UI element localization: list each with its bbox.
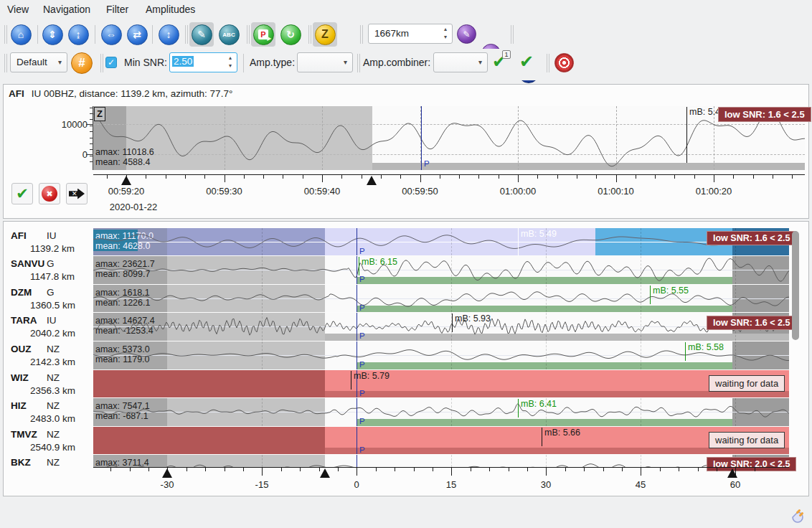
apply-one-button[interactable]: ✔1 [492, 52, 506, 72]
offset-tick-label: 15 [430, 479, 473, 490]
toolbar-handle[interactable] [357, 54, 360, 72]
fit-amplitude-icon: ↕ [159, 24, 179, 45]
station-rows: AFIIU1139.2 kmamax: 11170.0mean: 4628.0P… [0, 228, 812, 467]
amplitude-marker[interactable] [542, 428, 542, 446]
window-end-handle[interactable] [367, 176, 377, 185]
target-icon[interactable] [554, 53, 574, 72]
toolbar-handle[interactable] [511, 25, 514, 44]
channel-badge: Z [94, 107, 105, 121]
fit-amplitude-button[interactable]: ↕ [156, 22, 181, 47]
hash-icon: # [78, 56, 85, 70]
p-pick-marker[interactable] [421, 106, 422, 170]
offset-tick-label: 30 [524, 479, 567, 490]
station-distance: 1147.8 km [30, 271, 75, 282]
component-z-button[interactable]: Z [313, 22, 337, 47]
chevron-down-icon: ▾ [58, 58, 62, 66]
amplitude-marker[interactable] [685, 342, 686, 361]
pick-p-button[interactable]: P▶ [251, 22, 275, 47]
window-start-handle[interactable] [121, 176, 131, 185]
p-pick-marker[interactable] [357, 341, 357, 369]
header-details: IU 00BHZ, distance: 1139.2 km, azimuth: … [32, 88, 233, 99]
hash-button[interactable]: # [71, 52, 93, 74]
p-pick-marker[interactable] [357, 427, 357, 454]
station-row-hiz[interactable]: HIZNZ2483.0 kmamax: 7547.1mean: -687.1Pm… [0, 398, 812, 426]
toolbar-handle[interactable] [4, 54, 7, 72]
edit-pick-button[interactable]: ✎ [457, 24, 476, 44]
p-pick-marker[interactable] [357, 313, 357, 341]
measure-tool-button[interactable]: ✎ [189, 22, 214, 47]
amplitude-marker[interactable] [359, 257, 359, 275]
station-distance: 2356.3 km [30, 385, 75, 396]
station-row-ouz[interactable]: OUZNZ2142.3 kmamax: 5373.0mean: 1179.0Pm… [0, 341, 812, 369]
amp-combiner-combobox[interactable]: ▾ [433, 52, 488, 72]
amplitude-marker[interactable] [650, 286, 651, 304]
noise-end-handle[interactable] [320, 468, 330, 478]
toolbar-handle[interactable] [100, 54, 103, 72]
check-icon: ✔ [519, 52, 534, 71]
menu-amplitudes[interactable]: Amplitudes [146, 4, 195, 15]
min-snr-checkbox[interactable]: ✓ [105, 57, 117, 68]
menu-filter[interactable]: Filter [106, 4, 128, 15]
fit-horizontal-button[interactable]: ⇄ [125, 22, 149, 47]
amplitude-marker[interactable] [452, 314, 453, 332]
pick-p-icon: P▶ [253, 24, 274, 45]
time-tick-label: 00:59:20 [94, 186, 159, 197]
signal-end-handle[interactable] [727, 468, 737, 478]
station-code: OUZ [11, 344, 32, 354]
spin-up-icon[interactable]: ▴ [444, 26, 447, 32]
zoom-time-axis [93, 174, 805, 175]
accept-button[interactable]: ✔ [11, 183, 33, 204]
toolbar-handle[interactable] [547, 54, 549, 72]
noise-window-handle[interactable] [162, 468, 172, 478]
amp-type-combobox[interactable]: ▾ [297, 52, 353, 72]
p-pick-marker[interactable] [357, 256, 357, 284]
distance-range-spinbox[interactable]: 1667km ▴ ▾ [368, 24, 453, 44]
time-tick-label: 00:59:50 [388, 186, 453, 197]
p-pick-label: P [359, 417, 365, 425]
station-row-wiz[interactable]: WIZNZ2356.3 kmPmB: 5.79waiting for data [0, 370, 812, 397]
spin-up-icon[interactable]: ▴ [229, 55, 232, 61]
amplitude-marker[interactable] [518, 399, 519, 418]
station-row-afi[interactable]: AFIIU1139.2 kmamax: 11170.0mean: 4628.0P… [0, 228, 812, 255]
fit-vertical-button[interactable]: ↨ [66, 22, 90, 47]
network-code: IU [47, 230, 57, 241]
p-pick-marker[interactable] [357, 455, 357, 467]
vertical-scrollbar[interactable] [792, 231, 799, 340]
toolbar-handle[interactable] [247, 25, 250, 44]
p-pick-marker[interactable] [357, 398, 357, 426]
amp-type-label: Amp.type: [250, 57, 295, 68]
station-row-tara[interactable]: TARAIU2040.2 kmamax: 14627.4mean: -1253.… [0, 313, 812, 341]
station-row-dzm[interactable]: DZMG1360.5 kmamax: 1618.1mean: 1226.1PmB… [0, 285, 812, 312]
mb-value: mB: 6.41 [521, 399, 557, 409]
labels-button[interactable]: ABC [217, 22, 241, 47]
toolbar-handle[interactable] [360, 25, 363, 44]
min-snr-spinbox[interactable]: 2.50 ▴ ▾ [169, 52, 237, 72]
toolbar-handle[interactable] [308, 25, 311, 44]
profile-combobox[interactable]: Default ▾ [10, 52, 67, 72]
p-pick-marker[interactable] [357, 228, 357, 255]
recalculate-button[interactable]: ↻ [278, 22, 303, 47]
home-button[interactable]: ⌂ [9, 22, 33, 47]
apply-all-button[interactable]: ✔ [519, 52, 534, 72]
p-pick-marker[interactable] [357, 285, 357, 312]
spin-down-icon[interactable]: ▾ [444, 34, 447, 40]
amplitude-marker[interactable] [351, 371, 351, 390]
menu-view[interactable]: View [7, 4, 29, 15]
toolbar-handle[interactable] [185, 25, 188, 44]
p-pick-label: P [359, 360, 365, 369]
menu-navigation[interactable]: Navigation [43, 4, 90, 15]
skip-button[interactable]: ✕ [66, 183, 88, 204]
connection-status-icon [787, 507, 806, 526]
toolbar-handle[interactable] [4, 25, 7, 44]
amplitude-marker[interactable] [518, 228, 519, 255]
station-row-sanvu[interactable]: SANVUG1147.8 kmamax: 23621.7mean: 8099.7… [0, 256, 812, 284]
scroll-horizontal-button[interactable]: ⇔ [99, 22, 123, 47]
reject-button[interactable]: ✖ [39, 183, 60, 204]
station-row-tmvz[interactable]: TMVZNZ2540.9 kmPmB: 5.66waiting for data [0, 427, 812, 454]
time-tick-label: 01:00:00 [486, 186, 550, 197]
station-row-bkz[interactable]: BKZNZamax: 3711.4P [0, 455, 812, 467]
scroll-vertical-button[interactable]: ⇕ [40, 22, 65, 47]
amplitude-marker[interactable] [686, 107, 687, 163]
station-code: TARA [11, 315, 37, 326]
spin-down-icon[interactable]: ▾ [229, 62, 232, 69]
